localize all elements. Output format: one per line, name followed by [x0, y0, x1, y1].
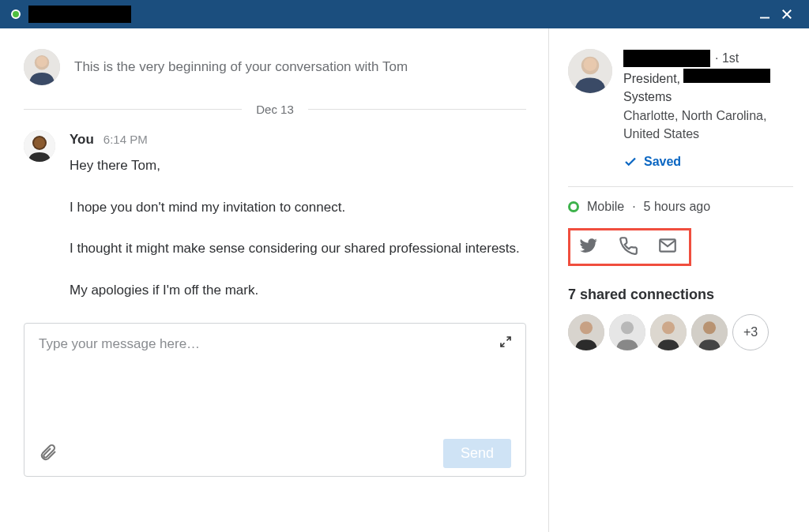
date-separator: Dec 13: [24, 103, 526, 116]
company-redacted: [683, 69, 770, 83]
shared-connections-title: 7 shared connections: [568, 287, 793, 303]
conversation-panel: This is the very beginning of your conve…: [0, 28, 548, 532]
presence-status-icon: [568, 201, 579, 212]
message: You 6:14 PM Hey there Tom, I hope you do…: [24, 130, 526, 301]
contact-methods: [568, 228, 691, 266]
shared-avatar[interactable]: [609, 314, 645, 350]
profile-avatar[interactable]: [568, 49, 612, 93]
svg-point-20: [662, 321, 675, 334]
expand-icon[interactable]: [499, 335, 513, 352]
message-author: You: [70, 132, 94, 148]
date-label: Dec 13: [256, 103, 294, 116]
company-suffix: Systems: [623, 88, 793, 106]
message-input[interactable]: [39, 336, 511, 392]
profile-title-line: President,: [623, 69, 793, 88]
svg-point-16: [580, 321, 593, 334]
svg-point-13: [584, 58, 597, 71]
profile-name-redacted: [623, 50, 710, 67]
saved-indicator[interactable]: Saved: [623, 152, 793, 170]
svg-point-5: [36, 56, 47, 67]
shared-avatar[interactable]: [568, 314, 604, 350]
svg-point-8: [34, 137, 45, 148]
svg-point-18: [621, 321, 634, 334]
presence-time: 5 hours ago: [644, 200, 711, 214]
message-body: Hey there Tom, I hope you don't mind my …: [70, 155, 526, 301]
message-composer: Send: [24, 323, 526, 477]
contact-avatar[interactable]: [24, 49, 60, 85]
shared-avatar[interactable]: [691, 314, 728, 350]
email-icon[interactable]: [657, 235, 678, 259]
message-time: 6:14 PM: [103, 133, 148, 146]
close-button[interactable]: [776, 3, 798, 25]
titlebar-name-redacted: [28, 6, 131, 23]
svg-point-22: [703, 321, 716, 334]
shared-connections-row: +3: [568, 314, 793, 350]
sender-avatar[interactable]: [24, 130, 55, 162]
minimize-button[interactable]: [754, 3, 776, 25]
attachment-icon[interactable]: [39, 443, 58, 465]
title-prefix: President,: [623, 72, 683, 85]
presence-label: Mobile: [587, 200, 624, 214]
profile-header: · 1st President, Systems Charlotte, Nort…: [568, 49, 793, 170]
phone-icon[interactable]: [618, 235, 638, 259]
presence-row: Mobile · 5 hours ago: [568, 200, 793, 214]
conversation-intro: This is the very beginning of your conve…: [24, 49, 526, 85]
send-button[interactable]: Send: [443, 439, 511, 468]
saved-label: Saved: [644, 152, 681, 170]
profile-location: Charlotte, North Carolina, United States: [623, 107, 793, 143]
profile-panel: · 1st President, Systems Charlotte, Nort…: [548, 28, 809, 532]
intro-text: This is the very beginning of your conve…: [74, 59, 408, 75]
titlebar: [0, 0, 809, 28]
connection-degree: · 1st: [715, 49, 739, 67]
twitter-icon[interactable]: [578, 235, 599, 259]
shared-avatar[interactable]: [650, 314, 687, 350]
more-connections-badge[interactable]: +3: [732, 314, 769, 350]
presence-dot-icon: [11, 9, 21, 19]
